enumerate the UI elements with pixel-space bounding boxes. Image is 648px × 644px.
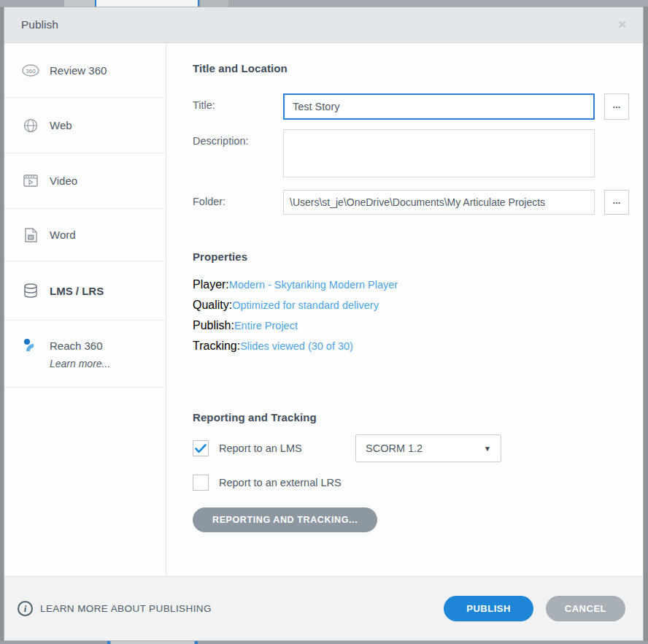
info-icon: i [18, 601, 33, 616]
lms-standard-value: SCORM 1.2 [366, 442, 423, 454]
tracking-label: Tracking: [193, 340, 240, 353]
player-label: Player: [193, 278, 229, 291]
sidebar-item-label: Word [50, 229, 76, 241]
folder-browse-button[interactable]: ... [604, 190, 629, 215]
close-icon[interactable]: ✕ [617, 18, 627, 31]
publish-dialog: Publish ✕ 360 Review 360 [4, 7, 644, 641]
dialog-titlebar: Publish ✕ [4, 7, 643, 43]
dialog-title: Publish [21, 18, 58, 31]
publish-button[interactable]: PUBLISH [444, 596, 533, 621]
chevron-down-icon: ▼ [484, 445, 491, 453]
background-accent-fragment [107, 641, 110, 644]
svg-text:W: W [28, 235, 33, 239]
reach-360-icon [22, 338, 39, 353]
description-field-label: Description: [193, 129, 283, 177]
dialog-footer: i LEARN MORE ABOUT PUBLISHING PUBLISH CA… [4, 576, 643, 640]
sidebar-item-word[interactable]: W Word [4, 209, 166, 261]
sidebar-item-label: LMS / LRS [50, 285, 104, 297]
background-app-bottom-edge [0, 641, 648, 644]
publish-scope-value-link[interactable]: Entire Project [234, 320, 298, 331]
sidebar-item-label: Review 360 [50, 64, 107, 77]
publish-destination-sidebar: 360 Review 360 Web [4, 43, 166, 576]
learn-more-publishing-link[interactable]: i LEARN MORE ABOUT PUBLISHING [18, 601, 212, 616]
reporting-tracking-button[interactable]: REPORTING AND TRACKING... [193, 507, 377, 532]
reach-learn-more-link[interactable]: Learn more... [50, 358, 110, 369]
sidebar-empty-space [4, 388, 166, 576]
folder-input[interactable] [283, 190, 595, 215]
title-input[interactable] [283, 93, 595, 120]
sidebar-item-label: Video [50, 175, 77, 187]
player-value-link[interactable]: Modern - Skytanking Modern Player [229, 279, 398, 291]
sidebar-item-reach-360[interactable]: Reach 360 Learn more... [4, 321, 166, 388]
word-doc-icon: W [22, 228, 39, 242]
quality-label: Quality: [193, 299, 232, 312]
background-accent-fragment [195, 641, 198, 644]
learn-more-label: LEARN MORE ABOUT PUBLISHING [40, 603, 212, 614]
quality-value-link[interactable]: Optimized for standard delivery [232, 299, 379, 311]
title-field-label: Title: [193, 93, 283, 120]
globe-icon [22, 118, 39, 133]
cancel-button[interactable]: CANCEL [546, 596, 625, 621]
database-icon [22, 283, 39, 298]
background-tab-fragment [64, 0, 95, 7]
section-title-location: Title and Location [193, 62, 630, 74]
sidebar-item-review-360[interactable]: 360 Review 360 [4, 43, 166, 98]
sidebar-item-web[interactable]: Web [4, 98, 166, 153]
sidebar-item-video[interactable]: Video [4, 153, 166, 209]
review-360-icon: 360 [22, 64, 39, 77]
video-icon [22, 175, 39, 187]
report-lms-checkbox[interactable] [193, 440, 209, 456]
title-browse-button[interactable]: ... [604, 93, 629, 120]
sidebar-item-lms-lrs[interactable]: LMS / LRS [4, 261, 166, 321]
report-lrs-checkbox[interactable] [193, 475, 209, 491]
publish-scope-label: Publish: [193, 319, 234, 332]
checkmark-icon [195, 444, 207, 453]
description-textarea[interactable] [283, 129, 595, 177]
background-app-top-edge [0, 0, 648, 7]
background-active-tab-fragment [95, 0, 199, 7]
lms-standard-dropdown[interactable]: SCORM 1.2 ▼ [355, 434, 501, 462]
lms-publish-panel: Title and Location Title: ... Descriptio… [166, 43, 643, 576]
svg-text:360: 360 [26, 67, 36, 74]
sidebar-item-label: Reach 360 [50, 340, 103, 352]
report-lrs-label: Report to an external LRS [219, 477, 342, 488]
section-title-reporting: Reporting and Tracking [193, 411, 630, 423]
section-title-properties: Properties [193, 250, 630, 263]
folder-field-label: Folder: [193, 190, 283, 215]
report-lms-label: Report to an LMS [219, 442, 355, 454]
background-tab-fragment [201, 0, 228, 7]
background-element-fragment [111, 641, 194, 644]
sidebar-item-label: Web [50, 119, 72, 131]
tracking-value-link[interactable]: Slides viewed (30 of 30) [240, 340, 353, 352]
